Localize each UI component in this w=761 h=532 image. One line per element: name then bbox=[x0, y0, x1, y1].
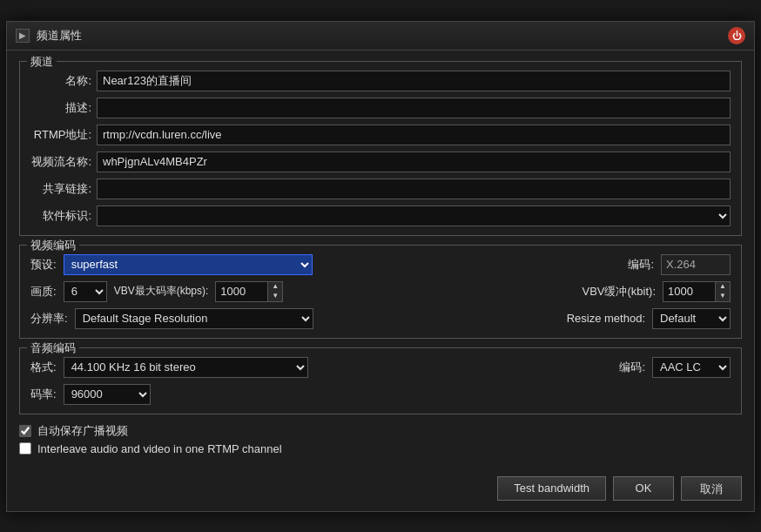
audio-encoding-group: 音频编码 格式: 44.100 KHz 16 bit stereo 48.000… bbox=[19, 347, 742, 414]
vbv-buf-input[interactable] bbox=[663, 281, 715, 302]
test-bandwidth-button[interactable]: Test bandwidth bbox=[497, 476, 606, 501]
stream-row: 视频流名称: bbox=[30, 152, 731, 172]
quality-label: 画质: bbox=[30, 284, 57, 300]
quality-select[interactable]: 123 456 78 bbox=[64, 281, 107, 302]
vbv-max-up[interactable]: ▲ bbox=[268, 282, 282, 292]
desc-label: 描述: bbox=[30, 100, 91, 116]
audio-format-select[interactable]: 44.100 KHz 16 bit stereo 48.000 KHz 16 b… bbox=[64, 357, 308, 378]
resolution-label: 分辨率: bbox=[30, 311, 68, 327]
software-label: 软件标识: bbox=[30, 208, 91, 224]
preset-select[interactable]: superfast ultrafast veryfast faster fast… bbox=[64, 254, 313, 275]
audio-format-label: 格式: bbox=[30, 360, 57, 375]
auto-save-checkbox[interactable] bbox=[19, 425, 31, 437]
name-row: 名称: bbox=[30, 71, 731, 91]
window-icon: ▶ bbox=[16, 29, 30, 43]
interleave-checkbox[interactable] bbox=[19, 442, 31, 455]
video-codec-label: 编码: bbox=[567, 257, 654, 273]
desc-input[interactable] bbox=[97, 98, 731, 118]
bitrate-label: 码率: bbox=[30, 387, 57, 402]
channel-group: 频道 名称: 描述: RTMP地址: 视频流名称: 共享链接: bbox=[19, 61, 742, 236]
title-bar-left: ▶ 频道属性 bbox=[16, 28, 82, 44]
vbv-buf-label: VBV缓冲(kbit): bbox=[569, 284, 656, 300]
rtmp-input[interactable] bbox=[97, 125, 731, 145]
vbv-max-down[interactable]: ▼ bbox=[268, 292, 282, 301]
vbv-max-spinner: ▲ ▼ bbox=[215, 281, 283, 302]
vbv-max-label: VBV最大码率(kbps): bbox=[114, 284, 209, 299]
auto-save-label[interactable]: 自动保存广播视频 bbox=[37, 423, 128, 439]
software-row: 软件标识: bbox=[30, 205, 731, 226]
dialog-footer: Test bandwidth OK 取消 bbox=[7, 469, 754, 511]
audio-encoding-label: 音频编码 bbox=[27, 340, 79, 356]
name-input[interactable] bbox=[97, 71, 731, 91]
auto-save-row: 自动保存广播视频 bbox=[19, 423, 742, 439]
preset-label: 预设: bbox=[30, 257, 57, 273]
share-input[interactable] bbox=[97, 178, 731, 199]
vbv-buf-up[interactable]: ▲ bbox=[716, 282, 730, 292]
share-row: 共享链接: bbox=[30, 178, 731, 199]
audio-codec-label: 编码: bbox=[558, 360, 645, 375]
software-select[interactable] bbox=[97, 205, 731, 226]
stream-label: 视频流名称: bbox=[30, 154, 91, 170]
share-label: 共享链接: bbox=[30, 181, 91, 197]
interleave-label[interactable]: Interleave audio and video in one RTMP c… bbox=[37, 442, 282, 455]
checkboxes-section: 自动保存广播视频 Interleave audio and video in o… bbox=[19, 423, 742, 459]
stream-input[interactable] bbox=[97, 152, 731, 172]
rtmp-row: RTMP地址: bbox=[30, 125, 731, 145]
audio-codec-select[interactable]: AAC LC MP3 bbox=[652, 357, 731, 378]
resize-select[interactable]: Default Bilinear Bicubic bbox=[652, 308, 731, 329]
vbv-buf-spinner: ▲ ▼ bbox=[663, 281, 731, 302]
bitrate-select[interactable]: 96000 128000 192000 256000 bbox=[64, 384, 151, 405]
channel-group-label: 频道 bbox=[27, 54, 57, 70]
dialog-content: 频道 名称: 描述: RTMP地址: 视频流名称: 共享链接: bbox=[7, 51, 754, 469]
rtmp-label: RTMP地址: bbox=[30, 127, 91, 143]
title-bar: ▶ 频道属性 ⏻ bbox=[7, 22, 754, 51]
resolution-select[interactable]: Default Stage Resolution 640x480 1280x72… bbox=[75, 308, 314, 329]
dialog-title: 频道属性 bbox=[37, 28, 82, 44]
vbv-max-input[interactable] bbox=[215, 281, 267, 302]
video-encoding-group: 视频编码 预设: superfast ultrafast veryfast fa… bbox=[19, 245, 742, 339]
name-label: 名称: bbox=[30, 73, 91, 89]
dialog-window: ▶ 频道属性 ⏻ 频道 名称: 描述: RTMP地址: 视频流名称: bbox=[6, 21, 755, 512]
ok-button[interactable]: OK bbox=[613, 476, 674, 501]
interleave-row: Interleave audio and video in one RTMP c… bbox=[19, 442, 742, 455]
desc-row: 描述: bbox=[30, 98, 731, 118]
vbv-buf-down[interactable]: ▼ bbox=[716, 292, 730, 301]
close-button[interactable]: ⏻ bbox=[728, 27, 745, 44]
cancel-button[interactable]: 取消 bbox=[681, 476, 742, 501]
video-codec-input bbox=[661, 254, 731, 275]
video-encoding-label: 视频编码 bbox=[27, 238, 79, 253]
resize-label: Resize method: bbox=[558, 312, 645, 325]
